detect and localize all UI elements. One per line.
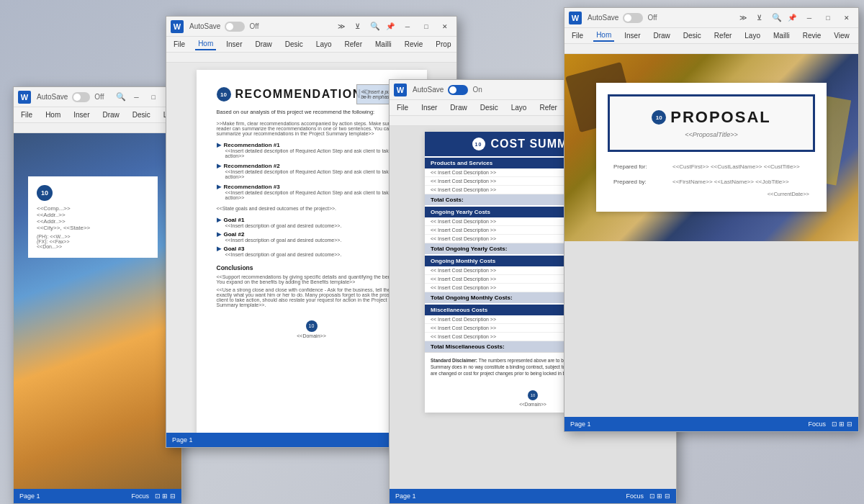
rec1-block: ▶ Recommendation #1 <<Insert detailed de… [217,142,407,158]
minimize-btn-4[interactable]: ─ [802,12,816,24]
minimize-btn-2[interactable]: ─ [400,21,415,32]
ribbon-4: File Hom Inser Draw Desic Refer Layo Mai… [564,28,858,44]
prepared-for-row: Prepared for: <<CustFirst>> <<CustLastNa… [613,163,809,170]
tab-design-1[interactable]: Desic [130,109,153,120]
tab-layout-2[interactable]: Layo [313,39,335,50]
search-icon-4[interactable]: 🔍 [772,13,782,22]
goal3-block: ▶ Goal #3 <<Insert description of goal a… [217,246,407,257]
status-bar-4: Page 1 Focus ⊡ ⊞ ⊟ [564,417,858,431]
tab-draw-3[interactable]: Draw [447,102,469,113]
minimize-btn-1[interactable]: ─ [130,91,143,103]
pin-icon-4[interactable]: 📌 [786,12,798,24]
pin-icon-2[interactable]: 📌 [384,21,396,32]
focus-label-1: Focus [131,492,149,500]
ribbon-icon-4[interactable]: ⊻ [753,12,765,24]
contact-block: (PH): <<W...>> (FX): <<Fax>> <<Don...>> [37,234,149,249]
conclusions-label: Conclusions [217,264,407,271]
page-label-3: Page 1 [395,492,416,500]
tab-refer-3[interactable]: Refer [536,102,559,113]
goal2-block: ▶ Goal #2 <<Insert description of goal a… [217,231,407,243]
tab-home-2[interactable]: Hom [195,38,216,50]
tab-design-2[interactable]: Desic [282,39,306,50]
word-logo-3: W [394,84,407,96]
conclusion2: <<Use a strong close and close with conf… [217,287,407,307]
search-icon-1[interactable]: 🔍 [116,92,126,102]
status-bar-1: Page 1 Focus ⊡ ⊞ ⊟ [14,489,181,503]
word-logo-2: W [171,20,184,33]
tab-draw-1[interactable]: Draw [99,109,122,120]
title-bar-2: W AutoSave Off ≫ ⊻ 🔍 📌 ─ □ ✕ [166,17,456,37]
maximize-btn-4[interactable]: □ [821,12,835,24]
tab-insert-2[interactable]: Inser [223,39,245,50]
rec3-text: <<Insert detailed description of Require… [225,190,407,200]
tab-home-1[interactable]: Hom [42,109,63,120]
focus-label-4: Focus [808,420,826,428]
intro-text: Based on our analysis of this project we… [217,109,407,115]
autosave-label-4: AutoSave [588,14,618,22]
autosave-toggle-1[interactable] [72,92,90,102]
tab-prop-2[interactable]: Prop [433,39,454,50]
toggle-text-2: Off [249,22,258,30]
autosave-toggle-4[interactable] [623,13,643,23]
cost-logo: 10 [472,138,485,150]
tab-mail-2[interactable]: Mailli [372,39,395,50]
tab-view-4[interactable]: View [831,30,852,41]
maximize-btn-1[interactable]: □ [147,91,160,103]
proposal-logo: 10 [652,110,666,125]
view-icons-3: ⊡ ⊞ ⊟ [649,492,670,500]
word-window-1[interactable]: W AutoSave Off 🔍 ─ □ ✕ File Hom Inser Dr… [13,86,182,504]
expand-icon-4[interactable]: ≫ [737,12,749,24]
tab-file-1[interactable]: File [18,109,35,120]
tab-review-4[interactable]: Revie [800,30,824,41]
tab-design-3[interactable]: Desic [477,102,501,113]
tab-insert-1[interactable]: Inser [71,109,92,120]
word-window-4[interactable]: W AutoSave Off ≫ ⊻ 🔍 📌 ─ □ ✕ File Hom In… [564,7,859,432]
toggle-text-4: Off [647,14,657,22]
address-block: <<Comp...>> <<Addr..>> <<Addr..>> <<City… [37,205,149,231]
autosave-label-2: AutoSave [189,22,220,30]
tab-file-4[interactable]: File [569,30,586,41]
conclusion1: <<Support recommendations by giving spec… [217,274,407,284]
doc-logo-w2: 10 [217,87,231,102]
search-icon-2[interactable]: 🔍 [370,22,380,31]
domain-footer-w2: 10 <<Domain>> [217,318,407,338]
goal1-block: ▶ Goal #1 <<Insert description of goal a… [217,217,407,228]
page-label-2: Page 1 [172,436,193,444]
tab-refer-4[interactable]: Refer [711,30,734,41]
close-btn-4[interactable]: ✕ [840,12,854,24]
tab-draw-4[interactable]: Draw [650,30,672,41]
tab-layout-4[interactable]: Layo [742,30,763,41]
tab-refer-2[interactable]: Refer [342,39,365,50]
tab-home-4[interactable]: Hom [593,30,614,42]
bullet1-text: >>Make firm, clear recommendations accom… [217,121,407,136]
tab-layout-3[interactable]: Layo [508,102,530,113]
tab-mail-4[interactable]: Mailli [770,30,793,41]
goals-intro: <<State goals and desired outcomes of th… [217,206,407,211]
ribbon-icon-2[interactable]: ⊻ [351,21,363,32]
tab-file-2[interactable]: File [171,39,188,50]
tab-file-3[interactable]: File [394,102,411,113]
tab-draw-2[interactable]: Draw [252,39,274,50]
rec2-text: <<Insert detailed description of Require… [225,169,407,179]
ruler-4 [564,44,858,54]
close-btn-2[interactable]: ✕ [438,21,452,32]
tab-design-4[interactable]: Desic [680,30,704,41]
word-logo-1: W [18,91,31,104]
autosave-toggle-3[interactable] [448,85,468,95]
recommendations-title: RECOMMENDATIONS [235,88,371,101]
title-bar-4: W AutoSave Off ≫ ⊻ 🔍 📌 ─ □ ✕ [564,8,858,28]
view-icons-1: ⊡ ⊞ ⊟ [155,492,176,500]
proposal-main-title: PROPOSAL [670,108,770,127]
maximize-btn-2[interactable]: □ [419,21,433,32]
doc-logo-w1: 10 [37,185,53,201]
autosave-toggle-2[interactable] [225,22,245,32]
tab-insert-3[interactable]: Inser [418,102,440,113]
ribbon-1: File Hom Inser Draw Desic Layo Refer Mai… [14,107,181,123]
current-date: <<CurrentDate>> [613,191,809,197]
status-bar-3: Page 1 Focus ⊡ ⊞ ⊟ [390,489,676,503]
tab-review-2[interactable]: Revie [402,39,426,50]
expand-icon-2[interactable]: ≫ [336,21,347,32]
tab-insert-4[interactable]: Inser [621,30,643,41]
doc-area-1: 10 <<Comp...>> <<Addr..>> <<Addr..>> <<C… [14,133,181,489]
view-icons-4: ⊡ ⊞ ⊟ [832,420,852,428]
